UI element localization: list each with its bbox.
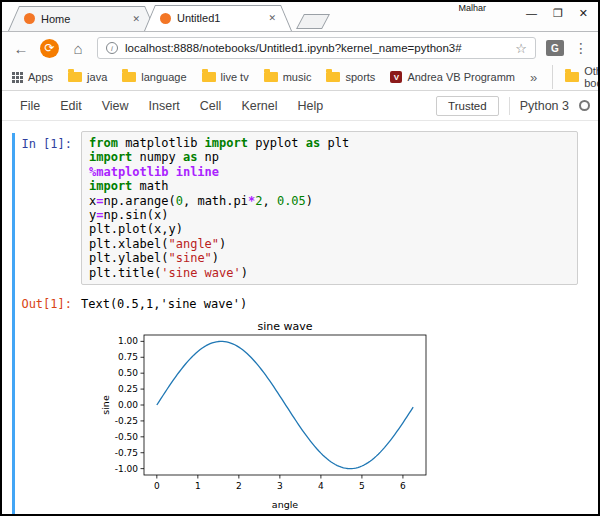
other-bookmarks-label: Other bookmarks bbox=[584, 65, 600, 89]
browser-window: Malhar — ❐ ✕ Home ✕ Untitled1 bbox=[0, 0, 600, 516]
folder-icon bbox=[202, 72, 216, 82]
address-bar[interactable]: i localhost:8888/notebooks/Untitled1.ipy… bbox=[97, 37, 536, 59]
code-cell-input[interactable]: from matplotlib import pyplot as pltimpo… bbox=[81, 131, 578, 285]
svg-text:-0.50: -0.50 bbox=[115, 432, 139, 442]
svg-text:0.50: 0.50 bbox=[118, 368, 138, 378]
sine-plot: sine wave0123456-1.00-0.75-0.50-0.250.00… bbox=[98, 319, 438, 515]
bookmark-label: java bbox=[87, 71, 107, 83]
bookmark-label: live tv bbox=[221, 71, 249, 83]
window-controls: — ❐ ✕ bbox=[526, 6, 588, 20]
bookmark-folder-music[interactable]: music bbox=[264, 71, 312, 83]
svg-text:-1.00: -1.00 bbox=[115, 464, 139, 474]
tab-untitled1[interactable]: Untitled1 ✕ bbox=[144, 5, 292, 31]
bookmarks-bar: Apps java language live tv music sports … bbox=[2, 64, 598, 91]
bookmark-label: Andrea VB Programm bbox=[407, 71, 515, 83]
bookmark-star-icon[interactable]: ☆ bbox=[515, 41, 527, 56]
svg-text:sine: sine bbox=[100, 395, 111, 415]
svg-text:-0.25: -0.25 bbox=[115, 416, 138, 426]
menu-cell[interactable]: Cell bbox=[190, 99, 232, 113]
svg-text:0.25: 0.25 bbox=[118, 384, 138, 394]
svg-text:0: 0 bbox=[154, 481, 160, 491]
title-bar: Malhar — ❐ ✕ Home ✕ Untitled1 bbox=[2, 2, 598, 32]
selected-cell-indicator bbox=[12, 133, 15, 516]
svg-text:0.00: 0.00 bbox=[118, 400, 138, 410]
code-cell: In [1]: from matplotlib import pyplot as… bbox=[2, 131, 598, 285]
menu-help[interactable]: Help bbox=[288, 99, 334, 113]
apps-shortcut[interactable]: Apps bbox=[12, 71, 53, 83]
svg-text:4: 4 bbox=[318, 481, 324, 491]
bookmark-folder-sports[interactable]: sports bbox=[326, 71, 375, 83]
divider bbox=[509, 97, 510, 115]
bookmark-folder-language[interactable]: language bbox=[122, 71, 186, 83]
site-info-icon[interactable]: i bbox=[106, 42, 118, 54]
svg-text:0.75: 0.75 bbox=[118, 352, 138, 362]
trusted-button[interactable]: Trusted bbox=[436, 96, 499, 116]
menu-view[interactable]: View bbox=[92, 99, 139, 113]
browser-menu-icon[interactable]: ⋮ bbox=[574, 40, 588, 56]
svg-text:sine wave: sine wave bbox=[257, 320, 312, 333]
folder-icon bbox=[122, 72, 136, 82]
close-button[interactable]: ✕ bbox=[579, 6, 588, 20]
output-text: Text(0.5,1,'sine wave') bbox=[81, 297, 247, 311]
browser-toolbar: ← ⟳ ⌂ i localhost:8888/notebooks/Untitle… bbox=[2, 32, 598, 64]
menu-insert[interactable]: Insert bbox=[139, 99, 190, 113]
minimize-button[interactable]: — bbox=[526, 6, 537, 20]
folder-icon bbox=[264, 72, 278, 82]
folder-icon bbox=[565, 72, 579, 82]
back-icon[interactable]: ← bbox=[12, 40, 30, 57]
maximize-button[interactable]: ❐ bbox=[553, 6, 563, 20]
site-favicon-icon: V bbox=[390, 71, 402, 83]
menu-kernel[interactable]: Kernel bbox=[231, 99, 287, 113]
kernel-status-icon bbox=[579, 100, 590, 111]
apps-label: Apps bbox=[28, 71, 53, 83]
jupyter-favicon-icon bbox=[24, 13, 35, 24]
svg-text:5: 5 bbox=[359, 481, 365, 491]
folder-icon bbox=[326, 72, 340, 82]
new-tab-button[interactable] bbox=[296, 14, 330, 29]
svg-text:1.00: 1.00 bbox=[118, 336, 138, 346]
menu-file[interactable]: File bbox=[10, 99, 50, 113]
apps-grid-icon bbox=[12, 72, 23, 83]
bookmark-label: language bbox=[141, 71, 186, 83]
notebook-body: In [1]: from matplotlib import pyplot as… bbox=[2, 121, 598, 516]
tab-close-icon[interactable]: ✕ bbox=[268, 13, 276, 23]
watermark-text: Malhar bbox=[458, 3, 486, 13]
folder-icon bbox=[68, 72, 82, 82]
refresh-icon[interactable]: ⟳ bbox=[40, 39, 59, 58]
menu-edit[interactable]: Edit bbox=[50, 99, 92, 113]
other-bookmarks[interactable]: Other bookmarks bbox=[552, 65, 600, 89]
bookmark-folder-java[interactable]: java bbox=[68, 71, 107, 83]
cell-output-plot: sine wave0123456-1.00-0.75-0.50-0.250.00… bbox=[98, 319, 598, 516]
tab-close-icon[interactable]: ✕ bbox=[132, 14, 140, 24]
google-extension-icon[interactable]: G bbox=[546, 40, 564, 56]
svg-text:3: 3 bbox=[277, 481, 283, 491]
tab-title: Untitled1 bbox=[177, 12, 262, 24]
address-bar-input[interactable]: localhost:8888/notebooks/Untitled1.ipynb… bbox=[125, 42, 508, 54]
bookmark-andrea-vb[interactable]: V Andrea VB Programm bbox=[390, 71, 515, 83]
kernel-name: Python 3 bbox=[520, 99, 569, 113]
bookmark-folder-live-tv[interactable]: live tv bbox=[202, 71, 249, 83]
tab-strip: Home ✕ Untitled1 ✕ bbox=[8, 5, 326, 31]
svg-text:2: 2 bbox=[236, 481, 242, 491]
svg-text:-0.75: -0.75 bbox=[115, 448, 138, 458]
tab-title: Home bbox=[41, 13, 126, 25]
output-cell: Out[1]: Text(0.5,1,'sine wave') bbox=[2, 297, 598, 311]
tab-home[interactable]: Home ✕ bbox=[8, 6, 156, 31]
svg-text:6: 6 bbox=[400, 481, 406, 491]
bookmark-label: sports bbox=[345, 71, 375, 83]
bookmarks-overflow-icon[interactable]: » bbox=[530, 70, 537, 85]
jupyter-favicon-icon bbox=[160, 13, 171, 24]
bookmark-label: music bbox=[283, 71, 312, 83]
svg-text:angle: angle bbox=[272, 499, 299, 510]
jupyter-menubar: File Edit View Insert Cell Kernel Help T… bbox=[2, 91, 598, 121]
svg-text:1: 1 bbox=[195, 481, 201, 491]
home-icon[interactable]: ⌂ bbox=[69, 40, 87, 57]
